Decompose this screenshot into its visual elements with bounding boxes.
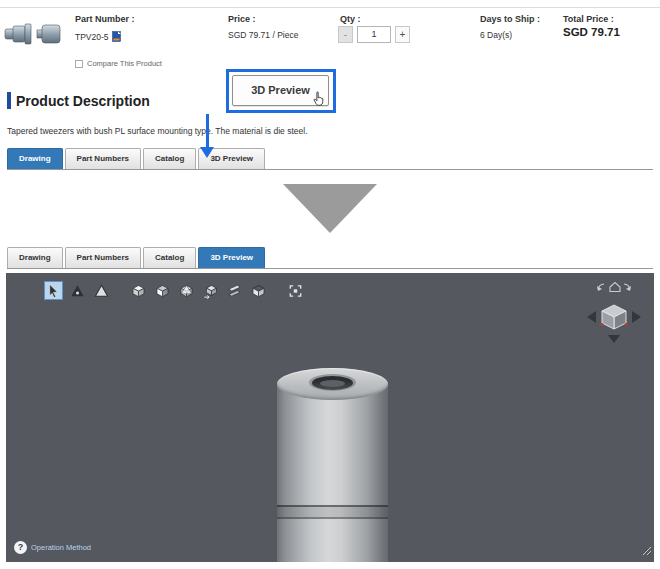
product-description-heading: Product Description xyxy=(16,93,150,109)
layers-view-icon[interactable] xyxy=(225,281,244,300)
tab-drawing[interactable]: Drawing xyxy=(7,148,63,169)
operation-method-link[interactable]: ? Operation Method xyxy=(14,541,91,554)
bottom-tab-underline xyxy=(7,268,653,269)
annotation-arrow-line xyxy=(206,114,209,147)
part-number-label: Part Number : xyxy=(75,14,135,24)
qty-increase-button[interactable]: + xyxy=(395,26,410,43)
home-icon xyxy=(610,283,620,292)
rotate-left-arrow-icon xyxy=(587,311,596,323)
cube-icon xyxy=(602,305,626,329)
open-box-view-icon[interactable] xyxy=(249,281,268,300)
tab-catalog[interactable]: Catalog xyxy=(143,148,196,169)
rotate-down-arrow-icon xyxy=(608,335,620,343)
cylinder-body xyxy=(277,384,388,562)
header-divider xyxy=(0,7,660,8)
zoom-tool-icon[interactable] xyxy=(92,281,111,300)
bore-floor xyxy=(320,380,345,387)
days-to-ship-value: 6 Day(s) xyxy=(480,30,512,40)
datasheet-icon[interactable] xyxy=(112,28,122,46)
product-thumbnail[interactable] xyxy=(4,20,66,48)
part-number-value: TPV20-5 xyxy=(75,32,109,42)
tab-catalog[interactable]: Catalog xyxy=(143,247,196,268)
tab-part-numbers[interactable]: Part Numbers xyxy=(65,247,141,268)
view-cube-widget[interactable] xyxy=(582,277,646,367)
total-price-label: Total Price : xyxy=(563,14,614,24)
view-solid-icon[interactable] xyxy=(129,281,148,300)
axis-marker xyxy=(601,323,604,326)
heading-accent-bar xyxy=(7,92,11,109)
qty-input[interactable]: 1 xyxy=(357,26,391,43)
tab-drawing[interactable]: Drawing xyxy=(7,247,63,268)
tab-3d-preview[interactable]: 3D Preview xyxy=(198,247,265,268)
days-to-ship-label: Days to Ship : xyxy=(480,14,540,24)
qty-label: Qty : xyxy=(340,14,361,24)
3d-viewer-canvas[interactable]: ? Operation Method xyxy=(6,273,654,562)
bottom-tab-bar: Drawing Part Numbers Catalog 3D Preview xyxy=(7,247,265,268)
annotation-arrow-head xyxy=(200,147,214,158)
fit-view-icon[interactable] xyxy=(286,281,305,300)
operation-method-label: Operation Method xyxy=(31,543,91,552)
cylinder-groove xyxy=(277,517,388,519)
product-description-text: Tapered tweezers with bush PL surface mo… xyxy=(7,126,308,136)
axis-marker xyxy=(625,323,628,326)
section-view-icon[interactable] xyxy=(177,281,196,300)
resize-handle[interactable] xyxy=(642,542,652,560)
compare-product-option[interactable]: Compare This Product xyxy=(75,59,162,68)
transition-arrow-icon xyxy=(283,184,377,233)
rotate-right-arrow-icon xyxy=(632,311,641,323)
price-label: Price : xyxy=(228,14,256,24)
view-front-icon[interactable] xyxy=(153,281,172,300)
model-cylinder[interactable] xyxy=(277,368,388,562)
compare-checkbox[interactable] xyxy=(75,60,83,68)
total-price-value: SGD 79.71 xyxy=(563,26,620,38)
help-icon[interactable]: ? xyxy=(14,541,27,554)
viewer-toolbar xyxy=(44,281,310,300)
rotate-select-icon[interactable] xyxy=(44,281,63,300)
pan-tool-icon[interactable] xyxy=(68,281,87,300)
compare-label: Compare This Product xyxy=(87,59,162,68)
move-part-icon[interactable] xyxy=(201,281,220,300)
top-tab-underline xyxy=(7,169,653,170)
orbit-arrows-icon xyxy=(597,284,631,291)
top-tab-bar: Drawing Part Numbers Catalog 3D Preview xyxy=(7,148,265,169)
price-value: SGD 79.71 / Piece xyxy=(228,30,298,40)
cylinder-groove-band xyxy=(277,507,388,517)
quantity-stepper: - 1 + xyxy=(338,26,410,43)
tab-part-numbers[interactable]: Part Numbers xyxy=(65,148,141,169)
qty-decrease-button[interactable]: - xyxy=(338,26,353,43)
product-page: Part Number : TPV20-5 Compare This Produ… xyxy=(0,0,660,569)
hand-cursor-icon xyxy=(312,91,327,107)
